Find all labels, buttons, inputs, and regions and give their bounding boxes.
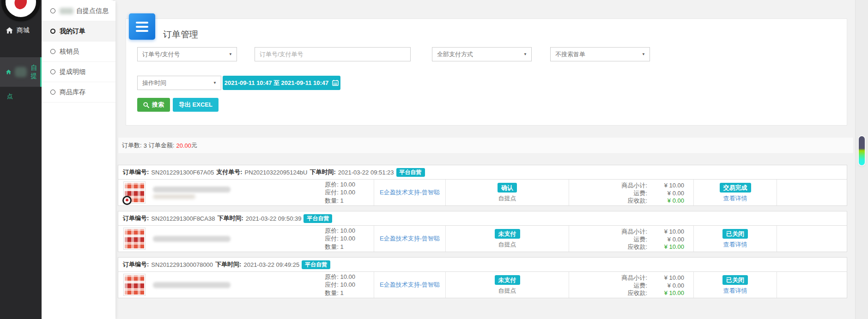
view-detail-link[interactable]: 查看详情 — [723, 194, 747, 203]
pay-method-select[interactable]: 全部支付方式 ▼ — [432, 47, 532, 61]
order-group: 订单编号: SN2012291300F67A05 支付单号: PN2021032… — [118, 165, 847, 206]
order-amount-unit: 元 — [191, 141, 197, 150]
redacted-product-name — [153, 282, 231, 288]
view-detail-link[interactable]: 查看详情 — [723, 241, 747, 249]
order-group: 订单编号: SN2012291300078000 下单时间: 2021-03-2… — [118, 257, 847, 298]
price-value: 10.00 — [340, 235, 355, 242]
menu-item-verifier[interactable]: 核销员 — [42, 42, 115, 62]
logo-watermark-icon — [122, 196, 132, 205]
redacted-product-name — [153, 236, 231, 242]
order-no-label: 订单编号: — [123, 260, 149, 269]
order-time-label: 下单时间: — [215, 260, 241, 269]
delivery-type: 自提点 — [498, 241, 516, 249]
page-scrollbar-track[interactable] — [855, 0, 868, 319]
order-management-panel: 订单管理 订单号/支付号 ▼ 全部支付方式 ▼ 不搜索首单 ▼ 操作时间 ▼ 2… — [126, 18, 847, 126]
order-header: 订单编号: SN2012291300078000 下单时间: 2021-03-2… — [118, 257, 847, 272]
secondary-sidebar: 自提点信息 我的订单 核销员 提成明细 商品库存 — [42, 0, 115, 319]
price-label: 原价: — [325, 181, 339, 188]
redacted-text-bar — [153, 194, 195, 199]
receivable-label: 应收款: — [569, 243, 647, 251]
menu-item-label: 我的订单 — [60, 27, 85, 36]
price-label: 原价: — [325, 227, 339, 234]
search-button[interactable]: 搜索 — [137, 98, 170, 112]
order-amount-label: 订单金额: — [149, 141, 175, 150]
shipping-value: ¥ 0.00 — [647, 190, 684, 198]
order-time-label: 下单时间: — [217, 214, 243, 223]
receivable-value: ¥ 10.00 — [647, 243, 684, 251]
caret-down-icon: ▼ — [213, 81, 217, 85]
price-info: 原价: 10.00 应付: 10.00 数量: 1 — [325, 181, 355, 205]
delivery-type: 自提点 — [498, 287, 516, 295]
menu-toggle-button[interactable] — [129, 13, 155, 40]
page-title: 订单管理 — [163, 29, 198, 41]
caret-down-icon: ▼ — [642, 52, 645, 56]
empty-cell — [777, 226, 847, 252]
buyer-link[interactable]: E企盈技术支持-曾智聪 — [374, 226, 445, 252]
hamburger-icon — [136, 26, 148, 28]
order-time-value: 2021-03-22 09:49:25 — [243, 261, 299, 268]
subtotal-value: ¥ 10.00 — [647, 228, 684, 236]
order-no-label: 订单编号: — [123, 168, 149, 176]
time-field-select[interactable]: 操作时间 ▼ — [137, 76, 221, 90]
price-value: 1 — [340, 289, 343, 296]
pay-no-label: 支付单号: — [216, 168, 242, 176]
action-cell: 已关闭 查看详情 — [693, 226, 777, 252]
menu-item-my-orders[interactable]: 我的订单 — [42, 21, 115, 42]
action-cell: 已关闭 查看详情 — [693, 272, 777, 298]
blurred-product-image — [125, 229, 144, 248]
redacted-text-bar — [153, 282, 231, 288]
totals-cell: 商品小计:¥ 10.00 运费:¥ 0.00 应收款:¥ 10.00 — [569, 226, 693, 252]
price-value: 1 — [340, 243, 343, 250]
empty-cell — [777, 180, 847, 205]
order-summary-bar: 订单数: 3 订单金额: 20.00 元 — [118, 137, 854, 154]
export-excel-button[interactable]: 导出 EXCEL — [173, 98, 219, 112]
totals-cell: 商品小计:¥ 10.00 运费:¥ 0.00 应收款:¥ 0.00 — [569, 180, 693, 205]
order-field-select[interactable]: 订单号/支付号 ▼ — [137, 47, 237, 61]
status-badge: 未支付 — [495, 275, 520, 285]
status-cell: 未支付 自提点 — [445, 272, 569, 298]
view-detail-link[interactable]: 查看详情 — [723, 287, 747, 295]
caret-down-icon: ▼ — [523, 52, 527, 56]
sidebar-item-pickup-point[interactable]: 自提 — [0, 57, 42, 87]
first-order-select[interactable]: 不搜索首单 ▼ — [550, 47, 650, 61]
redacted-store-name — [15, 67, 27, 77]
menu-item-label: 商品库存 — [60, 88, 85, 96]
menu-item-commission-detail[interactable]: 提成明细 — [42, 62, 115, 82]
sidebar-item-mall[interactable]: 商城 — [0, 21, 42, 40]
circle-icon — [50, 90, 55, 95]
order-row: 原价: 10.00 应付: 10.00 数量: 1 E企盈技术支持-曾智聪 确认… — [118, 180, 847, 206]
price-info: 原价: 10.00 应付: 10.00 数量: 1 — [325, 227, 355, 251]
circle-icon — [50, 49, 55, 54]
receivable-label: 应收款: — [569, 197, 647, 205]
select-value: 订单号/支付号 — [142, 50, 180, 59]
price-label: 原价: — [325, 273, 339, 280]
buyer-link[interactable]: E企盈技术支持-曾智聪 — [374, 180, 445, 205]
order-no-value: SN2012291300F8CA38 — [151, 215, 215, 222]
buyer-link[interactable]: E企盈技术支持-曾智聪 — [374, 272, 445, 298]
product-thumbnail[interactable] — [123, 274, 146, 296]
shipping-value: ¥ 0.00 — [647, 236, 684, 244]
product-thumbnail[interactable] — [123, 228, 146, 250]
circle-icon — [50, 69, 55, 74]
order-count-label: 订单数: — [122, 141, 142, 150]
status-badge: 确认 — [498, 183, 517, 193]
order-number-input[interactable] — [255, 47, 411, 61]
shipping-label: 运费: — [569, 236, 647, 244]
product-cell: 原价: 10.00 应付: 10.00 数量: 1 — [118, 226, 374, 252]
subtotal-label: 商品小计: — [569, 182, 647, 190]
date-range-value: 2021-09-11 10:47 至 2021-09-11 10:47 — [225, 79, 329, 87]
order-row: 原价: 10.00 应付: 10.00 数量: 1 E企盈技术支持-曾智聪 未支… — [118, 272, 847, 298]
menu-item-pickup-info[interactable]: 自提点信息 — [42, 1, 115, 21]
shipping-value: ¥ 0.00 — [647, 282, 684, 290]
subtotal-label: 商品小计: — [569, 228, 647, 236]
menu-item-product-stock[interactable]: 商品库存 — [42, 82, 115, 102]
order-no-value: SN2012291300078000 — [151, 261, 213, 268]
price-label: 数量: — [325, 243, 339, 250]
status-cell: 未支付 自提点 — [445, 226, 569, 252]
status-cell: 确认 自提点 — [445, 180, 569, 205]
menu-item-label: 自提点信息 — [76, 7, 109, 15]
product-thumbnail[interactable] — [123, 181, 146, 204]
product-cell: 原价: 10.00 应付: 10.00 数量: 1 — [118, 272, 374, 298]
date-range-button[interactable]: 2021-09-11 10:47 至 2021-09-11 10:47 — [223, 76, 340, 90]
scrollbar-thumb[interactable] — [859, 136, 865, 165]
